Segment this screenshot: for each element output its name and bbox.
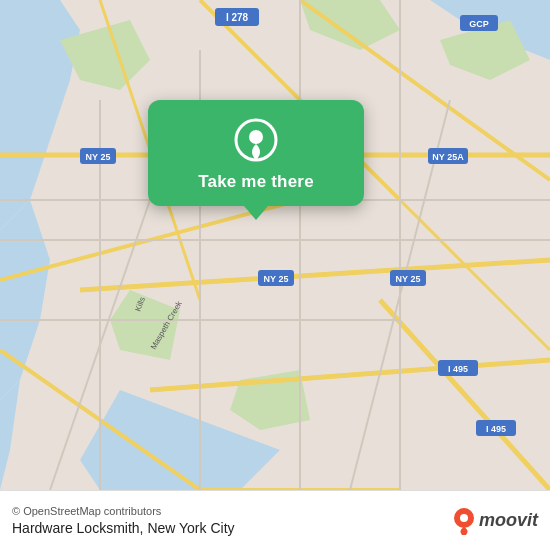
svg-text:NY 25: NY 25 <box>264 274 289 284</box>
svg-text:GCP: GCP <box>469 19 489 29</box>
svg-text:I 495: I 495 <box>448 364 468 374</box>
take-me-there-button[interactable]: Take me there <box>198 172 314 192</box>
map-background: I 278 GCP NY 25 NY 25 NY 25A NY 25 I 495… <box>0 0 550 490</box>
moovit-logo: moovit <box>453 507 538 535</box>
moovit-brand-text: moovit <box>479 510 538 531</box>
map-container: I 278 GCP NY 25 NY 25 NY 25A NY 25 I 495… <box>0 0 550 490</box>
popup-card: Take me there <box>148 100 364 206</box>
svg-text:NY 25: NY 25 <box>396 274 421 284</box>
svg-text:NY 25: NY 25 <box>86 152 111 162</box>
svg-text:NY 25A: NY 25A <box>432 152 464 162</box>
moovit-pin-icon <box>453 507 475 535</box>
svg-point-52 <box>460 514 468 522</box>
place-name: Hardware Locksmith, New York City <box>12 520 235 536</box>
bottom-bar: © OpenStreetMap contributors Hardware Lo… <box>0 490 550 550</box>
location-pin-icon <box>234 118 278 162</box>
svg-point-50 <box>249 130 263 144</box>
svg-text:I 278: I 278 <box>226 12 249 23</box>
svg-text:I 495: I 495 <box>486 424 506 434</box>
map-attribution: © OpenStreetMap contributors <box>12 505 235 517</box>
